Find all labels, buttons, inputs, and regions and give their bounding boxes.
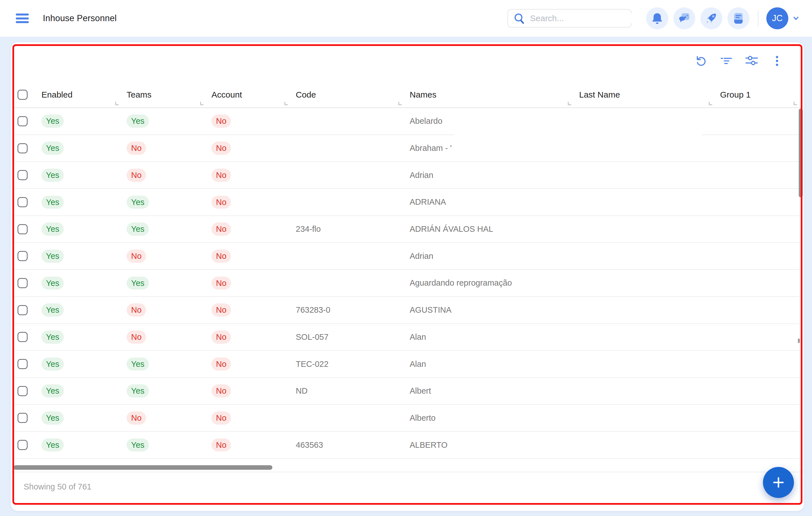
- names-value: Albert: [410, 386, 431, 396]
- column-header-last-name[interactable]: Last Name: [572, 82, 713, 108]
- names-value: ADRIÁN ÁVALOS HAL: [410, 225, 493, 234]
- table-row[interactable]: YesNoNoAdrian: [13, 162, 801, 189]
- column-resize-handle[interactable]: [709, 102, 712, 105]
- docs-button[interactable]: [727, 7, 749, 29]
- table-row[interactable]: YesYesNoADRIANA: [13, 189, 801, 216]
- cell-teams: No: [119, 405, 204, 431]
- add-record-button[interactable]: [763, 467, 794, 498]
- names-value: Alan: [410, 333, 426, 342]
- search-box[interactable]: [508, 9, 632, 28]
- row-checkbox[interactable]: [18, 386, 28, 396]
- cell-code: [288, 189, 402, 216]
- code-value: TEC-022: [296, 360, 328, 369]
- avatar[interactable]: JC: [766, 7, 788, 29]
- clipped-text-fragment: [798, 339, 800, 343]
- cell-account: No: [204, 270, 288, 296]
- row-checkbox[interactable]: [18, 413, 28, 423]
- row-checkbox[interactable]: [18, 170, 28, 180]
- filter-button[interactable]: [720, 55, 732, 67]
- account-badge: No: [211, 196, 231, 209]
- cell-names: Alan: [402, 324, 572, 350]
- row-checkbox[interactable]: [18, 359, 28, 369]
- table-row[interactable]: YesYesNoAguardando reprogramação: [13, 270, 801, 297]
- account-badge: No: [211, 250, 231, 263]
- column-resize-handle[interactable]: [200, 102, 204, 105]
- enabled-badge: Yes: [41, 357, 64, 371]
- column-header-account[interactable]: Account: [204, 82, 288, 108]
- cell-group-1: [713, 297, 798, 323]
- column-resize-handle[interactable]: [794, 102, 797, 105]
- column-header-names[interactable]: Names: [402, 82, 572, 108]
- search-input[interactable]: [530, 13, 639, 23]
- table-row[interactable]: YesNoNoSOL-057Alan: [13, 324, 801, 351]
- column-header-code[interactable]: Code: [288, 82, 402, 108]
- table-header-row: Enabled Teams Account Code Names Last Na…: [13, 82, 801, 108]
- table-row[interactable]: YesNoNoAbraham - ': [13, 135, 801, 162]
- menu-icon[interactable]: [16, 13, 29, 23]
- refresh-button[interactable]: [695, 55, 707, 67]
- column-resize-handle[interactable]: [398, 102, 402, 105]
- account-badge: No: [211, 331, 231, 344]
- row-checkbox[interactable]: [18, 440, 28, 450]
- column-header-group-1[interactable]: Group 1: [713, 82, 798, 108]
- row-checkbox[interactable]: [18, 116, 28, 126]
- column-header-teams[interactable]: Teams: [119, 82, 204, 108]
- more-options-button[interactable]: [771, 55, 783, 67]
- column-resize-handle[interactable]: [568, 102, 571, 105]
- teams-badge: Yes: [126, 223, 149, 236]
- cell-account: No: [204, 243, 288, 269]
- table-row[interactable]: YesYesNo463563ALBERTO: [13, 432, 801, 459]
- horizontal-scrollbar[interactable]: [13, 465, 272, 470]
- cell-last-name: [572, 189, 713, 216]
- row-checkbox[interactable]: [18, 224, 28, 234]
- vertical-scrollbar[interactable]: [799, 109, 803, 197]
- cell-account: No: [204, 108, 288, 135]
- table-row[interactable]: YesYesNo234-floADRIÁN ÁVALOS HAL: [13, 216, 801, 243]
- row-checkbox[interactable]: [18, 251, 28, 261]
- account-badge: No: [211, 357, 231, 371]
- personnel-table-card: Enabled Teams Account Code Names Last Na…: [11, 42, 804, 511]
- cell-last-name: [572, 162, 713, 188]
- cell-account: No: [204, 135, 288, 162]
- chevron-down-icon[interactable]: [792, 15, 800, 22]
- table-row[interactable]: YesNoNo763283-0AGUSTINA: [13, 297, 801, 324]
- cell-group-1: [713, 351, 798, 377]
- table-row[interactable]: YesNoNoAlberto: [13, 405, 801, 432]
- column-resize-handle[interactable]: [115, 102, 119, 105]
- row-select-cell: [13, 162, 34, 188]
- column-resize-handle[interactable]: [285, 102, 288, 105]
- names-value: Abelardo: [410, 116, 442, 126]
- row-checkbox[interactable]: [18, 332, 28, 342]
- row-select-cell: [13, 243, 34, 269]
- table-row[interactable]: YesYesNoAbelardo: [13, 108, 801, 135]
- cell-teams: Yes: [119, 189, 204, 216]
- cell-teams: Yes: [119, 216, 204, 242]
- row-select-cell: [13, 108, 34, 135]
- column-settings-button[interactable]: [746, 55, 758, 67]
- book-icon: [732, 11, 745, 25]
- code-value: ND: [296, 386, 308, 396]
- table-row[interactable]: YesYesNoNDAlbert: [13, 378, 801, 405]
- cell-names: ADRIANA: [402, 189, 572, 216]
- account-badge: No: [211, 114, 231, 128]
- rocket-button[interactable]: [700, 7, 722, 29]
- teams-badge: Yes: [126, 114, 149, 128]
- cell-group-1: [713, 216, 798, 242]
- ai-chat-button[interactable]: [673, 7, 695, 29]
- row-checkbox[interactable]: [18, 278, 28, 288]
- cell-account: No: [204, 432, 288, 458]
- notifications-button[interactable]: [646, 7, 668, 29]
- row-checkbox[interactable]: [18, 143, 28, 153]
- cell-enabled: Yes: [34, 432, 119, 458]
- cell-teams: Yes: [119, 378, 204, 404]
- cell-teams: No: [119, 135, 204, 162]
- cell-teams: No: [119, 243, 204, 269]
- row-checkbox[interactable]: [18, 197, 28, 207]
- row-checkbox[interactable]: [18, 305, 28, 315]
- table-body: YesYesNoAbelardoYesNoNoAbraham - 'YesNoN…: [13, 108, 801, 459]
- bell-icon: [650, 11, 664, 25]
- column-header-enabled[interactable]: Enabled: [34, 82, 119, 108]
- table-row[interactable]: YesYesNoTEC-022Alan: [13, 351, 801, 378]
- table-row[interactable]: YesNoNoAdrian: [13, 243, 801, 270]
- select-all-checkbox[interactable]: [18, 90, 28, 100]
